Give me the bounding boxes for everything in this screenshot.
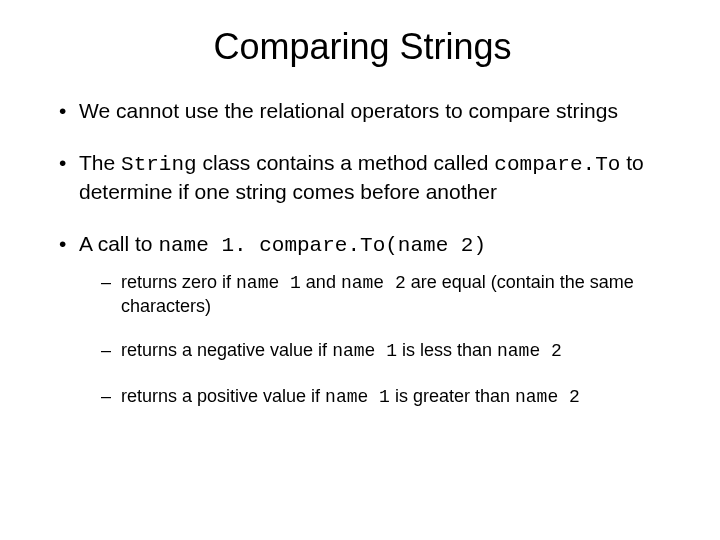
sub-3: returns a positive value if name 1 is gr…	[101, 385, 670, 409]
sub-1-b: and	[301, 272, 341, 292]
sub-1-a: returns zero if	[121, 272, 236, 292]
sub-2-a: returns a negative value if	[121, 340, 332, 360]
bullet-3: A call to name 1. compare.To(name 2) ret…	[55, 231, 670, 408]
sub-3-code-1: name 1	[325, 387, 390, 407]
bullet-2-code-2: compare.To	[494, 153, 620, 176]
bullet-3-text-a: A call to	[79, 232, 158, 255]
bullet-3-code: name 1. compare.To(name 2)	[158, 234, 486, 257]
sub-2-b: is less than	[397, 340, 497, 360]
sub-2-code-2: name 2	[497, 341, 562, 361]
bullet-2-code-1: String	[121, 153, 197, 176]
sub-2-code-1: name 1	[332, 341, 397, 361]
bullet-2-text-b: class contains a method called	[197, 151, 495, 174]
sub-3-a: returns a positive value if	[121, 386, 325, 406]
slide-title: Comparing Strings	[55, 26, 670, 68]
sub-1-code-1: name 1	[236, 273, 301, 293]
bullet-2-text-a: The	[79, 151, 121, 174]
slide: Comparing Strings We cannot use the rela…	[0, 0, 720, 540]
sub-1: returns zero if name 1 and name 2 are eq…	[101, 271, 670, 317]
bullet-list: We cannot use the relational operators t…	[55, 98, 670, 408]
sub-3-code-2: name 2	[515, 387, 580, 407]
sub-2: returns a negative value if name 1 is le…	[101, 339, 670, 363]
bullet-2: The String class contains a method calle…	[55, 150, 670, 205]
sub-list: returns zero if name 1 and name 2 are eq…	[101, 271, 670, 408]
bullet-1-text: We cannot use the relational operators t…	[79, 99, 618, 122]
sub-1-code-2: name 2	[341, 273, 406, 293]
bullet-1: We cannot use the relational operators t…	[55, 98, 670, 124]
sub-3-b: is greater than	[390, 386, 515, 406]
